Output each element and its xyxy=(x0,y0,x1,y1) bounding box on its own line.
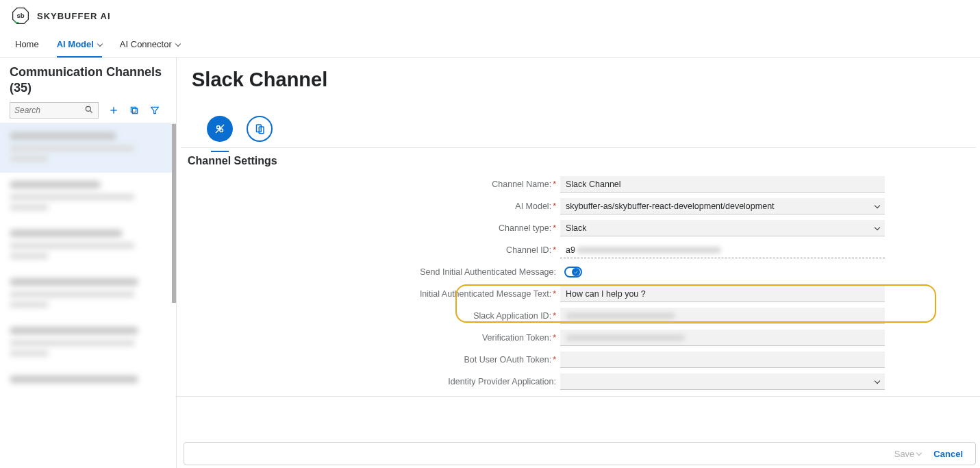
list-item[interactable] xyxy=(0,173,176,221)
list-item[interactable] xyxy=(0,319,176,367)
nav-home[interactable]: Home xyxy=(15,32,39,57)
nav-ai-model-label: AI Model xyxy=(57,39,94,49)
search-icon xyxy=(84,105,94,116)
chevron-down-icon xyxy=(916,450,922,456)
list-item[interactable] xyxy=(0,367,176,399)
slack-app-id-field[interactable] xyxy=(560,308,885,324)
label-ai-model: AI Model: xyxy=(177,201,560,211)
brand-name: SKYBUFFER AI xyxy=(37,11,111,21)
label-channel-name: Channel Name: xyxy=(177,180,560,189)
send-initial-toggle[interactable] xyxy=(564,267,582,278)
chevron-down-icon xyxy=(97,40,103,46)
svg-text:sb: sb xyxy=(16,12,24,19)
channel-id-prefix: a9 xyxy=(566,245,575,255)
svg-point-9 xyxy=(217,126,221,130)
copy-icon[interactable] xyxy=(129,105,140,116)
svg-line-3 xyxy=(90,110,92,112)
search-input-wrap[interactable] xyxy=(10,102,99,119)
channel-id-field[interactable]: a9 xyxy=(560,242,885,258)
list-item[interactable] xyxy=(0,221,176,270)
label-channel-type: Channel type: xyxy=(177,223,560,233)
list-item[interactable] xyxy=(0,124,176,173)
footer-bar: Save Cancel xyxy=(184,442,976,465)
channel-type-value: Slack xyxy=(566,223,587,233)
chevron-down-icon xyxy=(875,378,880,383)
idp-select[interactable] xyxy=(560,373,885,390)
channel-name-field[interactable]: Slack Channel xyxy=(560,176,885,193)
nav-ai-connector-label: AI Connector xyxy=(120,39,172,49)
channel-type-select[interactable]: Slack xyxy=(560,220,885,236)
search-input[interactable] xyxy=(14,106,81,115)
label-slack-app-id: Slack Application ID: xyxy=(177,311,560,321)
svg-rect-7 xyxy=(131,107,136,112)
label-verification-token: Verification Token: xyxy=(177,333,560,343)
svg-point-2 xyxy=(86,106,90,111)
svg-point-10 xyxy=(220,129,223,132)
chevron-down-icon xyxy=(875,202,880,208)
chevron-down-icon xyxy=(175,40,180,46)
nav-ai-model[interactable]: AI Model xyxy=(57,32,102,57)
label-idp: Identity Provider Application: xyxy=(177,377,560,386)
tab-settings[interactable] xyxy=(207,116,233,142)
save-label: Save xyxy=(894,449,915,459)
ai-model-value: skybuffer-as/skybuffer-react-development… xyxy=(566,201,775,211)
initial-text-field[interactable]: How can I help you ? xyxy=(560,286,885,302)
svg-marker-8 xyxy=(151,107,159,113)
brand-logo: sb xyxy=(11,6,30,25)
save-button[interactable]: Save xyxy=(894,449,922,459)
label-bot-token: Bot User OAuth Token: xyxy=(177,355,560,365)
svg-rect-6 xyxy=(132,108,137,113)
list-item[interactable] xyxy=(0,270,176,319)
label-channel-id: Channel ID: xyxy=(177,245,560,255)
bot-token-field[interactable] xyxy=(560,352,885,368)
verification-token-field[interactable] xyxy=(560,330,885,346)
add-icon[interactable] xyxy=(108,105,119,116)
chevron-down-icon xyxy=(875,224,880,230)
ai-model-select[interactable]: skybuffer-as/skybuffer-react-development… xyxy=(560,198,885,214)
sidebar-title: Communication Channels (35) xyxy=(0,58,176,99)
tab-secondary[interactable] xyxy=(247,116,273,142)
section-title: Channel Settings xyxy=(177,148,980,173)
filter-icon[interactable] xyxy=(149,105,160,116)
nav-ai-connector[interactable]: AI Connector xyxy=(120,32,180,57)
cancel-button[interactable]: Cancel xyxy=(933,449,963,459)
scrollbar[interactable] xyxy=(172,124,176,303)
label-initial-text: Initial Authenticated Message Text: xyxy=(177,289,560,299)
label-send-initial: Send Initial Authenticated Message: xyxy=(177,267,560,277)
page-title: Slack Channel xyxy=(177,58,980,95)
